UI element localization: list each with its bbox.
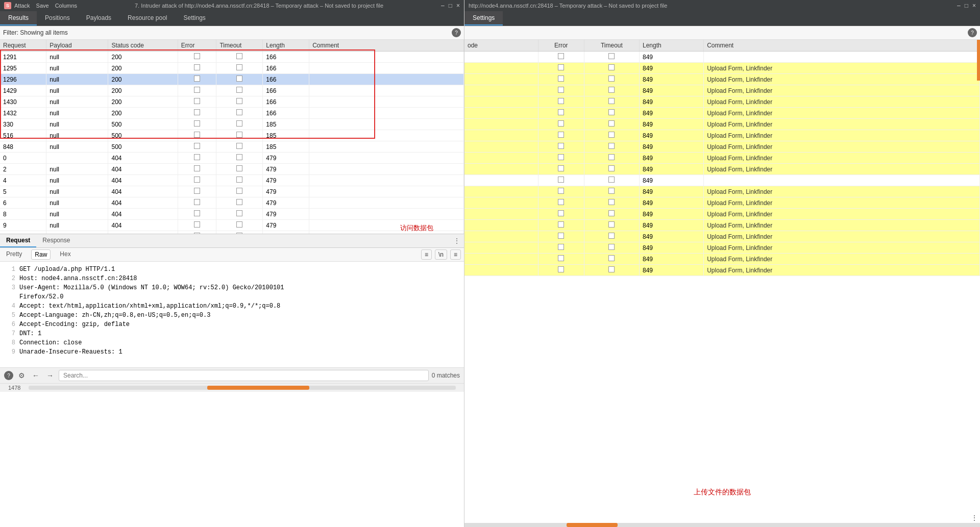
right-timeout-checkbox[interactable]: [608, 165, 615, 171]
view-settings-btn[interactable]: ≡: [450, 249, 461, 260]
right-timeout-checkbox[interactable]: [608, 233, 615, 239]
timeout-checkbox[interactable]: [236, 87, 242, 93]
error-checkbox[interactable]: [194, 154, 200, 160]
error-checkbox[interactable]: [194, 132, 200, 138]
right-error-checkbox[interactable]: [558, 132, 564, 138]
error-checkbox[interactable]: [194, 210, 200, 216]
right-timeout-checkbox[interactable]: [608, 109, 615, 115]
bottom-more-btn[interactable]: ⋮: [450, 235, 464, 247]
right-table-row[interactable]: 849 Upload Form, Linkfinder: [464, 130, 980, 141]
error-checkbox[interactable]: [194, 143, 200, 149]
error-checkbox[interactable]: [194, 76, 200, 82]
header-status-code[interactable]: Status code: [108, 40, 178, 52]
right-timeout-checkbox[interactable]: [608, 53, 615, 59]
right-more-btn[interactable]: ⋮: [971, 514, 978, 522]
menu-attack[interactable]: Attack: [14, 3, 30, 9]
next-btn[interactable]: →: [44, 370, 56, 381]
close-btn[interactable]: ×: [456, 2, 460, 9]
table-row[interactable]: 848 null 500 185: [0, 141, 464, 153]
table-row[interactable]: 1430 null 200 166: [0, 96, 464, 108]
right-timeout-checkbox[interactable]: [608, 154, 615, 160]
error-checkbox[interactable]: [194, 120, 200, 127]
view-newline-btn[interactable]: \n: [435, 249, 447, 260]
timeout-checkbox[interactable]: [236, 221, 242, 228]
maximize-btn[interactable]: □: [449, 2, 452, 9]
right-error-checkbox[interactable]: [558, 120, 564, 127]
right-scroll-indicator[interactable]: [977, 40, 980, 81]
right-table-row[interactable]: 849 Upload Form, Linkfinder: [464, 209, 980, 220]
menu-columns[interactable]: Columns: [55, 3, 77, 9]
table-row[interactable]: 9 null 404 479: [0, 220, 464, 231]
right-error-checkbox[interactable]: [558, 221, 564, 228]
right-timeout-checkbox[interactable]: [608, 76, 615, 82]
right-table-row[interactable]: 849 Upload Form, Linkfinder: [464, 96, 980, 108]
right-header-length[interactable]: Length: [639, 40, 703, 52]
right-timeout-checkbox[interactable]: [608, 120, 615, 127]
right-timeout-checkbox[interactable]: [608, 98, 615, 104]
right-table-row[interactable]: 849 Upload Form, Linkfinder: [464, 119, 980, 130]
right-scrollbar[interactable]: [464, 523, 980, 527]
timeout-checkbox[interactable]: [236, 177, 242, 183]
table-row[interactable]: 1291 null 200 166: [0, 52, 464, 63]
right-error-checkbox[interactable]: [558, 199, 564, 205]
error-checkbox[interactable]: [194, 188, 200, 194]
right-table-row[interactable]: 849 Upload Form, Linkfinder: [464, 74, 980, 85]
table-row[interactable]: 2 null 404 479: [0, 164, 464, 175]
title-menu[interactable]: Attack Save Columns: [14, 3, 77, 9]
right-header-code[interactable]: ode: [464, 40, 538, 52]
right-timeout-checkbox[interactable]: [608, 199, 615, 205]
table-row[interactable]: 1296 null 200 166: [0, 74, 464, 85]
error-checkbox[interactable]: [194, 199, 200, 205]
right-timeout-checkbox[interactable]: [608, 221, 615, 228]
table-row[interactable]: 8 null 404 479: [0, 209, 464, 220]
table-row[interactable]: 516 null 500 185: [0, 130, 464, 141]
tab-response[interactable]: Response: [36, 234, 76, 247]
right-timeout-checkbox[interactable]: [608, 188, 615, 194]
right-table-row[interactable]: 849 Upload Form, Linkfinder: [464, 63, 980, 74]
right-error-checkbox[interactable]: [558, 87, 564, 93]
tab-positions[interactable]: Positions: [37, 11, 78, 26]
timeout-checkbox[interactable]: [236, 210, 242, 216]
timeout-checkbox[interactable]: [236, 76, 242, 82]
right-help-btn[interactable]: ?: [968, 28, 977, 37]
view-wrap-btn[interactable]: ≡: [421, 249, 432, 260]
header-error[interactable]: Error: [178, 40, 216, 52]
right-error-checkbox[interactable]: [558, 244, 564, 250]
results-table-container[interactable]: Request Payload Status code Error Timeou…: [0, 40, 464, 234]
header-request[interactable]: Request: [0, 40, 46, 52]
timeout-checkbox[interactable]: [236, 233, 242, 234]
header-comment[interactable]: Comment: [309, 40, 464, 52]
menu-save[interactable]: Save: [36, 3, 49, 9]
timeout-checkbox[interactable]: [236, 109, 242, 115]
header-payload[interactable]: Payload: [46, 40, 108, 52]
right-tab-settings[interactable]: Settings: [464, 11, 503, 26]
timeout-checkbox[interactable]: [236, 98, 242, 104]
table-row[interactable]: 6 null 404 479: [0, 197, 464, 209]
right-error-checkbox[interactable]: [558, 177, 564, 183]
right-table-row[interactable]: 849 Upload Form, Linkfinder: [464, 186, 980, 197]
timeout-checkbox[interactable]: [236, 64, 242, 70]
right-table-container[interactable]: ode Error Timeout Length Comment 849 849…: [464, 40, 980, 472]
right-error-checkbox[interactable]: [558, 109, 564, 115]
table-row[interactable]: 0 404 479: [0, 153, 464, 164]
timeout-checkbox[interactable]: [236, 154, 242, 160]
right-table-row[interactable]: 849 Upload Form, Linkfinder: [464, 197, 980, 209]
prev-btn[interactable]: ←: [30, 370, 41, 381]
view-hex[interactable]: Hex: [57, 249, 74, 260]
right-timeout-checkbox[interactable]: [608, 177, 615, 183]
right-error-checkbox[interactable]: [558, 188, 564, 194]
tab-settings[interactable]: Settings: [175, 11, 213, 26]
right-error-checkbox[interactable]: [558, 98, 564, 104]
right-timeout-checkbox[interactable]: [608, 244, 615, 250]
right-timeout-checkbox[interactable]: [608, 132, 615, 138]
right-table-row[interactable]: 849 Upload Form, Linkfinder: [464, 254, 980, 265]
timeout-checkbox[interactable]: [236, 143, 242, 149]
error-checkbox[interactable]: [194, 177, 200, 183]
right-close-btn[interactable]: ×: [972, 2, 976, 9]
right-error-checkbox[interactable]: [558, 165, 564, 171]
filter-help-btn[interactable]: ?: [452, 28, 461, 37]
table-row[interactable]: 4 null 404 479: [0, 175, 464, 186]
tab-payloads[interactable]: Payloads: [78, 11, 119, 26]
right-table-row[interactable]: 849 Upload Form, Linkfinder: [464, 141, 980, 153]
timeout-checkbox[interactable]: [236, 120, 242, 127]
